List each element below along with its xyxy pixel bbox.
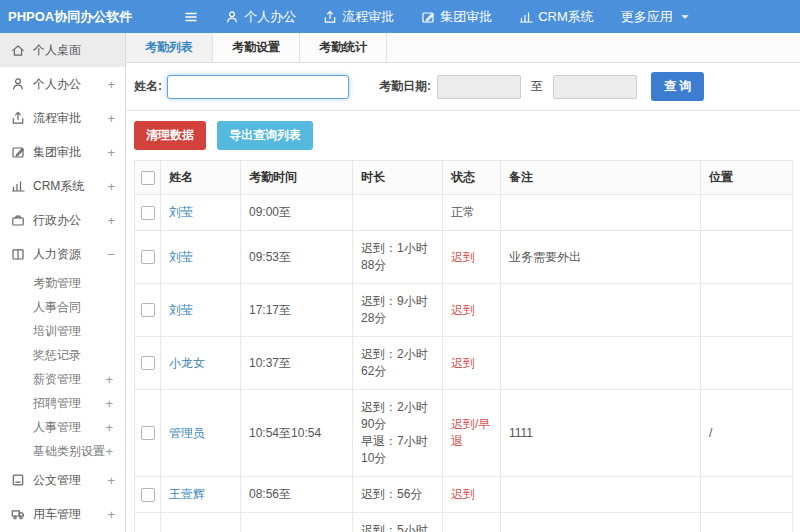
expander-toggle[interactable]: + xyxy=(107,111,115,126)
top-nav-label: 集团审批 xyxy=(440,8,492,26)
row-checkbox[interactable] xyxy=(141,250,155,264)
select-all-checkbox[interactable] xyxy=(141,171,155,185)
location-cell xyxy=(701,195,793,231)
tab-attendance-stats[interactable]: 考勤统计 xyxy=(300,33,387,62)
date-from-input[interactable] xyxy=(437,75,521,99)
sidebar-subitem-reward-punish-records[interactable]: 奖惩记录 xyxy=(0,343,125,367)
sidebar-item-label: 行政办公 xyxy=(33,212,81,229)
sidebar-subitem-base-category-settings[interactable]: 基础类别设置+ xyxy=(0,439,125,463)
clean-data-button[interactable]: 清理数据 xyxy=(134,121,206,150)
location-cell: / xyxy=(701,390,793,477)
doc-icon xyxy=(10,473,25,487)
status-badge: 迟到 xyxy=(451,487,475,501)
sidebar-item-workflow-approval[interactable]: 流程审批+ xyxy=(0,101,125,135)
query-button[interactable]: 查 询 xyxy=(651,72,704,101)
sidebar-subitem-attendance-mgmt[interactable]: 考勤管理 xyxy=(0,271,125,295)
sidebar-item-vehicle-mgmt[interactable]: 用车管理+ xyxy=(0,497,125,531)
tab-bar: 考勤列表考勤设置考勤统计 xyxy=(126,33,800,63)
remark-cell xyxy=(501,284,701,337)
search-form: 姓名: 考勤日期: 至 查 询 xyxy=(126,63,800,111)
location-cell xyxy=(701,284,793,337)
sidebar-item-doc-mgmt[interactable]: 公文管理+ xyxy=(0,463,125,497)
sidebar-subitem-personnel-mgmt[interactable]: 人事管理+ xyxy=(0,415,125,439)
expander-toggle[interactable]: + xyxy=(105,396,113,411)
expander-toggle[interactable]: + xyxy=(107,77,115,92)
to-label: 至 xyxy=(531,78,543,95)
date-to-input[interactable] xyxy=(553,75,637,99)
duration-line: 迟到：5小时33分 xyxy=(361,522,434,532)
expander-toggle[interactable]: + xyxy=(105,420,113,435)
export-list-button[interactable]: 导出查询列表 xyxy=(217,121,313,150)
sidebar-item-human-resources[interactable]: 人力资源− xyxy=(0,237,125,271)
expander-toggle[interactable]: + xyxy=(107,145,115,160)
table-row: 管理员10:54至10:54迟到：2小时90分早退：7小时10分迟到/早退111… xyxy=(135,390,793,477)
top-nav: 个人办公流程审批集团审批CRM系统更多应用 xyxy=(198,8,692,26)
sidebar-subitem-salary-mgmt[interactable]: 薪资管理+ xyxy=(0,367,125,391)
top-nav-group-approval[interactable]: 集团审批 xyxy=(421,8,492,26)
row-checkbox[interactable] xyxy=(141,426,155,440)
name-input[interactable] xyxy=(167,75,349,99)
name-label: 姓名: xyxy=(134,78,162,95)
expander-toggle[interactable]: + xyxy=(105,444,113,459)
attendance-table: 姓名考勤时间时长状态备注位置 刘莹09:00至正常刘莹09:53至迟到：1小时8… xyxy=(134,160,793,532)
duration-cell: 迟到：9小时28分 xyxy=(353,284,443,337)
sidebar: 个人桌面个人办公+流程审批+集团审批+CRM系统+行政办公+人力资源−考勤管理人… xyxy=(0,33,126,532)
remark-cell: 业务需要外出 xyxy=(501,231,701,284)
sidebar-item-crm-system[interactable]: CRM系统+ xyxy=(0,169,125,203)
column-header: 备注 xyxy=(501,161,701,195)
sidebar-item-admin-office[interactable]: 行政办公+ xyxy=(0,203,125,237)
sidebar-subitem-hr-contract[interactable]: 人事合同 xyxy=(0,295,125,319)
status-badge: 迟到 xyxy=(451,303,475,317)
remark-cell xyxy=(501,477,701,513)
topbar: PHPOA协同办公软件 个人办公流程审批集团审批CRM系统更多应用 xyxy=(0,0,800,33)
sidebar-subitem-recruit-mgmt[interactable]: 招聘管理+ xyxy=(0,391,125,415)
column-header: 时长 xyxy=(353,161,443,195)
employee-name-link[interactable]: 刘莹 xyxy=(169,303,193,317)
attendance-date-label: 考勤日期: xyxy=(379,78,431,95)
expander-toggle[interactable]: + xyxy=(107,473,115,488)
table-row: 刘莹09:00至正常 xyxy=(135,195,793,231)
expander-toggle[interactable]: + xyxy=(107,179,115,194)
top-nav-label: CRM系统 xyxy=(538,8,594,26)
employee-name-link[interactable]: 王壹辉 xyxy=(169,487,205,501)
sidebar-item-personal-desktop[interactable]: 个人桌面 xyxy=(0,33,125,67)
app-logo: PHPOA协同办公软件 xyxy=(0,8,132,26)
location-cell xyxy=(701,337,793,390)
employee-name-link[interactable]: 管理员 xyxy=(169,426,205,440)
row-checkbox[interactable] xyxy=(141,356,155,370)
tab-attendance-settings[interactable]: 考勤设置 xyxy=(213,33,300,62)
menu-toggle-icon[interactable] xyxy=(184,10,198,24)
top-nav-more-apps[interactable]: 更多应用 xyxy=(621,8,692,26)
employee-name-link[interactable]: 刘莹 xyxy=(169,250,193,264)
expander-toggle[interactable]: + xyxy=(107,507,115,522)
chart-icon xyxy=(10,179,25,193)
expander-toggle[interactable]: + xyxy=(105,372,113,387)
column-header: 考勤时间 xyxy=(241,161,353,195)
employee-name-link[interactable]: 刘莹 xyxy=(169,205,193,219)
table-row: 小龙女10:37至迟到：2小时62分迟到 xyxy=(135,337,793,390)
table-row: 刘莹17:17至迟到：9小时28分迟到 xyxy=(135,284,793,337)
row-checkbox[interactable] xyxy=(141,488,155,502)
expander-toggle[interactable]: + xyxy=(107,213,115,228)
sidebar-item-label: 用车管理 xyxy=(33,506,81,523)
sidebar-item-group-approval[interactable]: 集团审批+ xyxy=(0,135,125,169)
row-checkbox[interactable] xyxy=(141,303,155,317)
top-nav-personal-office[interactable]: 个人办公 xyxy=(225,8,296,26)
employee-name-link[interactable]: 小龙女 xyxy=(169,356,205,370)
attendance-time-cell: 10:54至10:54 xyxy=(241,390,353,477)
sidebar-item-personal-office[interactable]: 个人办公+ xyxy=(0,67,125,101)
top-nav-workflow-approval[interactable]: 流程审批 xyxy=(323,8,394,26)
sidebar-subitem-training-mgmt[interactable]: 培训管理 xyxy=(0,319,125,343)
top-nav-crm-system[interactable]: CRM系统 xyxy=(519,8,594,26)
sidebar-subitem-label: 人事管理 xyxy=(33,419,81,436)
attendance-time-cell: 17:17至 xyxy=(241,284,353,337)
tab-attendance-list[interactable]: 考勤列表 xyxy=(126,33,213,62)
sidebar-subitem-label: 人事合同 xyxy=(33,299,81,316)
duration-line: 迟到：9小时28分 xyxy=(361,293,434,327)
sidebar-subitem-label: 培训管理 xyxy=(33,323,81,340)
table-row: 王壹辉08:56至迟到：56分迟到 xyxy=(135,477,793,513)
status-badge: 迟到 xyxy=(451,356,475,370)
sidebar-item-label: 人力资源 xyxy=(33,246,81,263)
expander-toggle[interactable]: − xyxy=(107,247,115,262)
row-checkbox[interactable] xyxy=(141,206,155,220)
